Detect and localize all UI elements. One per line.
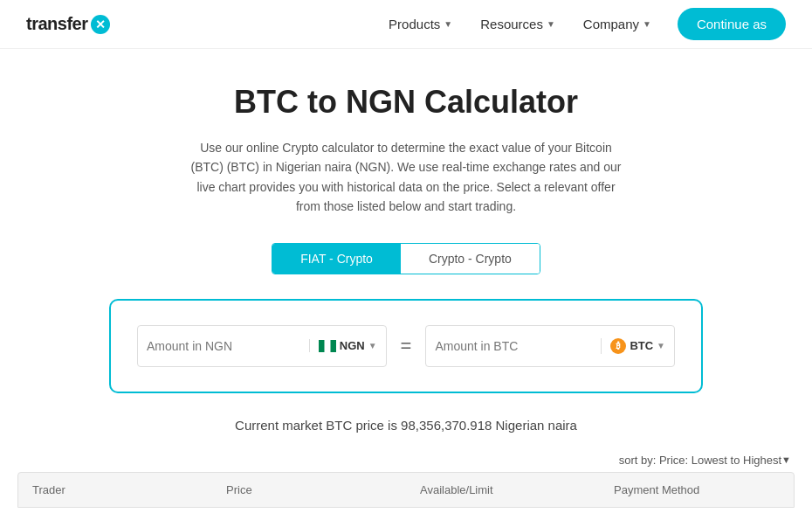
from-input-group: NGN ▼ — [137, 325, 387, 367]
table-header-trader: Trader — [18, 473, 212, 507]
table-header: Trader Price Available/Limit Payment Met… — [17, 472, 795, 508]
logo-text: transfer — [26, 14, 87, 34]
calculator-tabs: FIAT - Crypto Crypto - Crypto — [272, 243, 540, 274]
ngn-currency-selector[interactable]: NGN ▼ — [309, 339, 377, 352]
page-title: BTC to NGN Calculator — [234, 84, 578, 121]
svg-text:✕: ✕ — [95, 17, 106, 31]
amount-ngn-input[interactable] — [147, 339, 309, 353]
market-price-text: Current market BTC price is 98,356,370.9… — [235, 418, 577, 433]
table-header-price: Price — [212, 473, 406, 507]
nav-company-label: Company — [583, 17, 639, 31]
hero-description: Use our online Crypto calculator to dete… — [188, 138, 624, 217]
table-header-available: Available/Limit — [406, 473, 600, 507]
bitcoin-icon: ₿ — [610, 338, 626, 354]
nav-resources-label: Resources — [480, 17, 543, 31]
nav-resources[interactable]: Resources ▼ — [480, 17, 555, 31]
tab-crypto-crypto[interactable]: Crypto - Crypto — [401, 244, 540, 274]
logo[interactable]: transfer ✕ — [26, 14, 110, 34]
main-nav: Products ▼ Resources ▼ Company ▼ — [389, 17, 651, 31]
ngn-label: NGN — [340, 339, 365, 352]
sort-label[interactable]: sort by: Price: Lowest to Highest — [619, 454, 781, 467]
nav-company[interactable]: Company ▼ — [583, 17, 651, 31]
nigeria-flag-icon — [319, 340, 336, 352]
btc-currency-selector[interactable]: ₿ BTC ▼ — [601, 338, 665, 354]
nav-products-label: Products — [389, 17, 440, 31]
main-content: BTC to NGN Calculator Use our online Cry… — [0, 49, 812, 508]
nav-company-chevron-icon: ▼ — [643, 19, 651, 29]
continue-button[interactable]: Continue as — [678, 8, 786, 40]
to-input-group: ₿ BTC ▼ — [425, 325, 675, 367]
nav-products-chevron-icon: ▼ — [444, 19, 452, 29]
svg-rect-3 — [319, 340, 325, 352]
sort-chevron-icon: ▼ — [781, 454, 791, 465]
ngn-chevron-icon: ▼ — [368, 341, 377, 350]
nav-products[interactable]: Products ▼ — [389, 17, 452, 31]
amount-btc-input[interactable] — [435, 339, 601, 353]
btc-label: BTC — [630, 339, 653, 352]
tab-fiat-crypto[interactable]: FIAT - Crypto — [272, 244, 401, 274]
sort-bar: sort by: Price: Lowest to Highest ▼ — [17, 454, 795, 467]
nav-resources-chevron-icon: ▼ — [547, 19, 555, 29]
logo-x-icon: ✕ — [91, 15, 110, 34]
table-header-payment: Payment Method — [600, 473, 794, 507]
calculator-box: NGN ▼ = ₿ BTC ▼ — [109, 299, 703, 393]
equals-symbol: = — [401, 335, 412, 357]
btc-chevron-icon: ▼ — [657, 341, 665, 350]
svg-rect-4 — [330, 340, 336, 352]
